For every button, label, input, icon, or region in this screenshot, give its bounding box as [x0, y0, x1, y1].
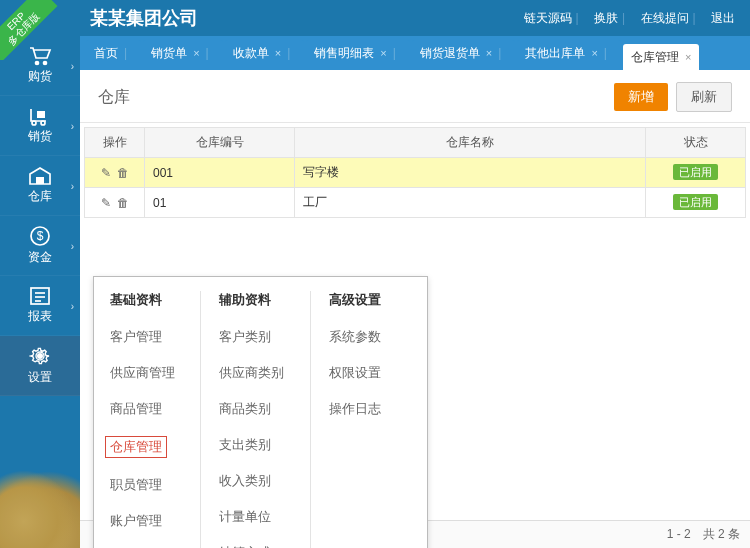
sidebar-item-label: 购货: [28, 68, 52, 85]
popover-item[interactable]: 权限设置: [329, 364, 381, 382]
tab-sales-return[interactable]: 销货退货单×|: [412, 40, 516, 66]
sidebar-item-sales[interactable]: 销货 ›: [0, 96, 80, 156]
tab-label: 销售明细表: [314, 45, 374, 62]
tab-home[interactable]: 首页|: [86, 40, 141, 66]
gear-icon: [29, 345, 51, 367]
col-name: 仓库名称: [295, 128, 646, 158]
popover-item[interactable]: 客户管理: [110, 328, 162, 346]
refresh-button[interactable]: 刷新: [676, 82, 732, 112]
sidebar-item-label: 仓库: [28, 188, 52, 205]
svg-point-0: [36, 62, 39, 65]
sidebar-item-report[interactable]: 报表 ›: [0, 276, 80, 336]
popover-item[interactable]: 支出类别: [219, 436, 271, 454]
close-icon[interactable]: ×: [193, 47, 199, 59]
tab-receipt[interactable]: 收款单×|: [225, 40, 305, 66]
popover-item[interactable]: 结算方式: [219, 544, 271, 548]
cell-code: 001: [145, 158, 295, 188]
link-source[interactable]: 链天源码: [524, 11, 572, 25]
app-header: 某某集团公司 链天源码| 换肤| 在线提问| 退出: [0, 0, 750, 36]
pager-summary: 1 - 2 共 2 条: [667, 526, 740, 543]
svg-point-12: [37, 353, 43, 359]
money-icon: $: [29, 225, 51, 247]
settings-popover: 基础资料客户管理供应商管理商品管理仓库管理职员管理账户管理辅助资料客户类别供应商…: [93, 276, 428, 548]
col-code: 仓库编号: [145, 128, 295, 158]
sidebar-item-label: 销货: [28, 128, 52, 145]
popover-column-title: 基础资料: [110, 291, 192, 309]
edit-icon[interactable]: ✎: [101, 166, 111, 180]
close-icon[interactable]: ×: [380, 47, 386, 59]
close-icon[interactable]: ×: [685, 51, 691, 63]
tab-label: 仓库管理: [631, 49, 679, 66]
popover-item[interactable]: 商品类别: [219, 400, 271, 418]
report-icon: [29, 286, 51, 306]
popover-column-title: 辅助资料: [219, 291, 301, 309]
corner-ribbon: ERP 多仓库版: [0, 0, 60, 60]
popover-item[interactable]: 供应商类别: [219, 364, 284, 382]
sidebar-item-warehouse[interactable]: 仓库 ›: [0, 156, 80, 216]
link-ask[interactable]: 在线提问: [641, 11, 689, 25]
popover-item[interactable]: 商品管理: [110, 400, 162, 418]
link-logout[interactable]: 退出: [711, 11, 735, 25]
sidebar-bg-image: [0, 458, 80, 548]
tab-label: 销货退货单: [420, 45, 480, 62]
tab-label: 收款单: [233, 45, 269, 62]
dolly-icon: [28, 106, 52, 126]
popover-column-title: 高级设置: [329, 291, 411, 309]
sidebar-item-label: 资金: [28, 249, 52, 266]
svg-point-3: [41, 121, 45, 125]
warehouse-table: 操作 仓库编号 仓库名称 状态 ✎🗑001写字楼已启用✎🗑01工厂已启用: [84, 127, 746, 218]
page-header: 仓库 新增 刷新: [80, 70, 750, 123]
svg-point-1: [44, 62, 47, 65]
tab-warehouse-mgmt[interactable]: 仓库管理×: [623, 44, 699, 70]
sidebar-item-finance[interactable]: $ 资金 ›: [0, 216, 80, 276]
sidebar-item-label: 报表: [28, 308, 52, 325]
svg-rect-5: [36, 177, 44, 184]
col-operate: 操作: [85, 128, 145, 158]
svg-point-2: [32, 121, 36, 125]
tab-label: 其他出库单: [525, 45, 585, 62]
tab-sales-order[interactable]: 销货单×|: [143, 40, 223, 66]
new-button[interactable]: 新增: [614, 83, 668, 111]
popover-item[interactable]: 账户管理: [110, 512, 162, 530]
chevron-right-icon: ›: [71, 120, 74, 131]
close-icon[interactable]: ×: [486, 47, 492, 59]
table-row[interactable]: ✎🗑001写字楼已启用: [85, 158, 746, 188]
sidebar-item-label: 设置: [28, 369, 52, 386]
tab-sales-detail[interactable]: 销售明细表×|: [306, 40, 410, 66]
link-skin[interactable]: 换肤: [594, 11, 618, 25]
popover-item[interactable]: 仓库管理: [105, 436, 167, 458]
popover-item[interactable]: 职员管理: [110, 476, 162, 494]
chevron-right-icon: ›: [71, 180, 74, 191]
tab-other-out[interactable]: 其他出库单×|: [517, 40, 621, 66]
tab-label: 首页: [94, 45, 118, 62]
cell-code: 01: [145, 188, 295, 218]
cell-name: 工厂: [295, 188, 646, 218]
chevron-right-icon: ›: [71, 300, 74, 311]
chevron-right-icon: ›: [71, 240, 74, 251]
tab-label: 销货单: [151, 45, 187, 62]
chevron-right-icon: ›: [71, 60, 74, 71]
popover-column: 辅助资料客户类别供应商类别商品类别支出类别收入类别计量单位结算方式: [200, 291, 301, 548]
popover-item[interactable]: 客户类别: [219, 328, 271, 346]
table-row[interactable]: ✎🗑01工厂已启用: [85, 188, 746, 218]
popover-item[interactable]: 操作日志: [329, 400, 381, 418]
status-badge: 已启用: [673, 164, 718, 180]
popover-item[interactable]: 计量单位: [219, 508, 271, 526]
cell-name: 写字楼: [295, 158, 646, 188]
sidebar-item-settings[interactable]: 设置: [0, 336, 80, 396]
delete-icon[interactable]: 🗑: [117, 166, 129, 180]
header-links: 链天源码| 换肤| 在线提问| 退出: [516, 10, 735, 27]
svg-rect-4: [37, 111, 45, 118]
col-status: 状态: [646, 128, 746, 158]
popover-item[interactable]: 供应商管理: [110, 364, 175, 382]
warehouse-icon: [28, 166, 52, 186]
tab-bar: 首页| 销货单×| 收款单×| 销售明细表×| 销货退货单×| 其他出库单×| …: [80, 36, 750, 70]
delete-icon[interactable]: 🗑: [117, 196, 129, 210]
close-icon[interactable]: ×: [591, 47, 597, 59]
sidebar: 购货 › 销货 › 仓库 › $ 资金 › 报表 › 设置: [0, 36, 80, 548]
edit-icon[interactable]: ✎: [101, 196, 111, 210]
popover-item[interactable]: 收入类别: [219, 472, 271, 490]
popover-column: 高级设置系统参数权限设置操作日志: [310, 291, 411, 548]
popover-item[interactable]: 系统参数: [329, 328, 381, 346]
close-icon[interactable]: ×: [275, 47, 281, 59]
